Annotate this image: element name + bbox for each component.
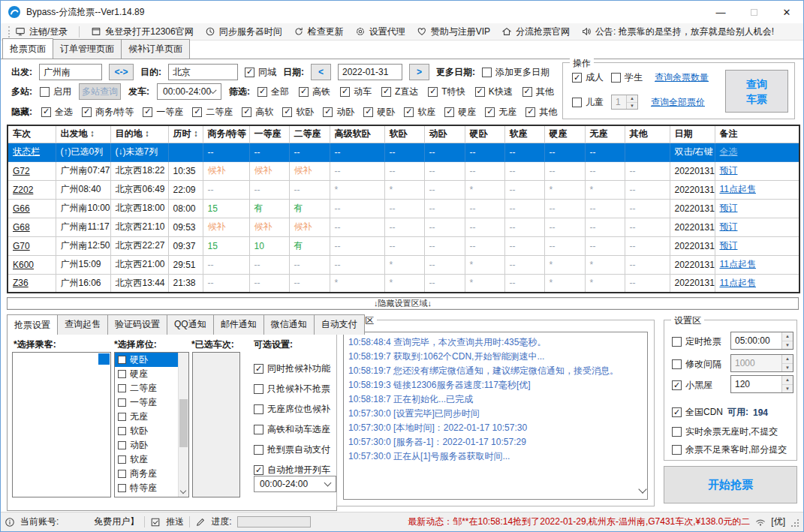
toolbar-item-7[interactable]: 公告: 抢票靠的是坚持，放弃就是给别人机会! (581, 26, 774, 38)
tab-查询起售[interactable]: 查询起售 (57, 314, 108, 335)
query-remaining-link[interactable]: 查询余票数量 (655, 71, 709, 84)
column-header[interactable]: 软座 (504, 125, 544, 143)
tab-抢票页面[interactable]: 抢票页面 (2, 38, 53, 59)
filter-checkbox-K快速[interactable]: K快速 (475, 86, 513, 98)
train-row-G66[interactable]: G66广州南10:00北京西18:0008:0015有有------------… (8, 199, 799, 218)
hide-checkbox-商务/特等[interactable]: 商务/特等 (82, 106, 134, 119)
train-row-G72[interactable]: G72广州南07:47北京西18:2210:35候补候补候补----------… (8, 161, 799, 180)
add-more-dates-checkbox[interactable]: 添加更多日期 (482, 66, 550, 79)
resize-grip[interactable] (790, 517, 799, 527)
start-grab-button[interactable]: 开始抢票 (664, 466, 797, 503)
multi-query-button[interactable]: 多站查询 (79, 83, 121, 100)
passenger-list-scroll-thumb[interactable] (98, 353, 110, 365)
swap-stations-button[interactable]: <-> (109, 64, 134, 80)
hide-checkbox-其他[interactable]: 其他 (525, 106, 557, 119)
train-link[interactable]: Z36 (8, 274, 56, 293)
column-header[interactable]: 其他 (625, 125, 670, 143)
cdn-checkbox[interactable]: 全国CDN (672, 406, 723, 419)
train-link[interactable]: G66 (8, 199, 56, 218)
setting-field-定时抢票[interactable]: 05:00:00▲▼ (730, 332, 793, 350)
scroll-thumb[interactable] (179, 399, 188, 447)
column-header[interactable]: 商务/特等 (203, 125, 249, 143)
booking-link[interactable]: 11点起售 (715, 274, 799, 293)
column-header[interactable]: 硬座 (544, 125, 585, 143)
option-checkbox-自动抢增开列车[interactable]: 自动抢增开列车 (254, 464, 330, 476)
query-price-link[interactable]: 查询全部票价 (651, 96, 705, 109)
minimize-button[interactable]: — (704, 1, 737, 23)
column-header[interactable]: 硬卧 (465, 125, 504, 143)
train-row-G70[interactable]: G70广州南12:50北京西22:2709:371510有-----------… (8, 236, 799, 255)
toolbar-item-3[interactable]: 检查更新 (294, 26, 344, 38)
filter-checkbox-其他[interactable]: 其他 (522, 86, 554, 98)
option-checkbox-只抢候补不抢票[interactable]: 只抢候补不抢票 (254, 383, 330, 395)
hide-settings-divider[interactable]: ↓隐藏设置区域↓ (7, 297, 799, 310)
booking-link[interactable]: 11点起售 (715, 255, 799, 274)
seat-list-scrollbar[interactable] (178, 353, 188, 497)
stepper-arrows[interactable]: ▲▼ (781, 376, 793, 392)
dest-input[interactable]: 北京 (168, 64, 238, 80)
filter-checkbox-动车[interactable]: 动车 (340, 86, 372, 98)
query-tickets-button[interactable]: 查询 车票 (725, 70, 788, 113)
student-checkbox[interactable]: 学生 (611, 71, 643, 84)
tab-邮件通知[interactable]: 邮件通知 (213, 314, 264, 335)
column-header[interactable]: 二等座 (289, 125, 330, 143)
toolbar-item-2[interactable]: 同步服务器时间 (205, 26, 282, 38)
hide-checkbox-动卧[interactable]: 动卧 (323, 106, 354, 119)
hide-checkbox-软卧[interactable]: 软卧 (282, 106, 314, 119)
column-header[interactable]: 目的地 ↕ (110, 125, 168, 143)
setting-field-修改间隔[interactable]: 1000▲▼ (730, 354, 793, 372)
train-row-Z202[interactable]: Z202广州08:40北京西06:4922:09------**--*--**-… (8, 180, 799, 199)
train-link[interactable]: K600 (8, 255, 56, 274)
scroll-down-icon[interactable] (180, 488, 186, 494)
hide-checkbox-无座[interactable]: 无座 (485, 106, 516, 119)
next-date-button[interactable]: > (409, 64, 429, 80)
train-row-K600[interactable]: K600广州15:09北京西21:0029:51--------*--*--**… (8, 255, 799, 274)
setting-checkbox-定时抢票[interactable]: 定时抢票 (672, 335, 721, 348)
status-cell[interactable]: 状态栏 (8, 143, 56, 161)
booking-link[interactable]: 预订 (715, 218, 799, 236)
depart-input[interactable]: 广州南 (39, 64, 102, 80)
tab-候补订单页面[interactable]: 候补订单页面 (121, 39, 190, 59)
setting-checkbox-实时余票无座时,不提交[interactable]: 实时余票无座时,不提交 (672, 425, 778, 438)
booking-link[interactable]: 11点起售 (715, 180, 799, 199)
toolbar-item-6[interactable]: 分流抢票官网 (501, 26, 570, 38)
column-header[interactable]: 备注 (715, 125, 799, 143)
output-log[interactable]: 10:58:48:4 查询完毕，本次查询共用时:435毫秒。10:58:19:7… (343, 332, 648, 500)
booking-link[interactable]: 预订 (715, 161, 799, 180)
train-row-Z36[interactable]: Z36广州16:06北京西13:4421:38------**--*--**--… (8, 274, 799, 293)
scroll-up-icon[interactable] (180, 359, 186, 365)
train-link[interactable]: G70 (8, 236, 56, 255)
filter-checkbox-T特快[interactable]: T特快 (428, 86, 465, 98)
stepper-arrows[interactable]: ▲▼ (781, 332, 793, 349)
option-checkbox-抢到票自动支付[interactable]: 抢到票自动支付 (254, 443, 330, 456)
passenger-list[interactable] (12, 352, 111, 497)
selected-trains-list[interactable] (192, 352, 240, 497)
hide-checkbox-硬卧[interactable]: 硬卧 (363, 106, 395, 119)
column-header[interactable]: 日期 (670, 125, 715, 143)
tab-订单管理页面[interactable]: 订单管理页面 (53, 39, 122, 59)
toolbar-item-5[interactable]: 赞助与注册VIP (417, 26, 490, 38)
grab-time-range-select[interactable]: 00:00-24:00 (254, 476, 336, 492)
train-row-G68[interactable]: G68广州南11:17北京西21:1009:53候补候补候补----------… (8, 218, 799, 236)
column-header[interactable]: 无座 (585, 125, 625, 143)
column-header[interactable]: 车次 (8, 125, 56, 143)
push-label[interactable]: 推送 (166, 515, 184, 528)
close-button[interactable]: ✕ (770, 1, 803, 23)
option-checkbox-高铁和动车选座[interactable]: 高铁和动车选座 (254, 423, 330, 436)
hide-checkbox-二等座[interactable]: 二等座 (192, 106, 233, 119)
train-link[interactable]: G68 (8, 218, 56, 236)
child-count-stepper[interactable]: 1▲▼ (611, 95, 638, 110)
status-row[interactable]: 状态栏(↑)已选0列(↓)未选7列--------------------双击/… (8, 143, 799, 161)
child-checkbox[interactable]: 儿童 (572, 96, 604, 109)
booking-link[interactable]: 预订 (715, 236, 799, 255)
tab-抢票设置[interactable]: 抢票设置 (7, 314, 58, 335)
stepper-arrows[interactable]: ▲▼ (626, 95, 637, 109)
filter-checkbox-全部[interactable]: 全部 (257, 86, 289, 98)
column-header[interactable]: 一等座 (249, 125, 289, 143)
option-checkbox-同时抢候补功能[interactable]: 同时抢候补功能 (254, 362, 330, 375)
filter-checkbox-Z直达[interactable]: Z直达 (381, 86, 418, 98)
same-city-checkbox[interactable]: 同城 (245, 66, 276, 79)
train-link[interactable]: G72 (8, 161, 56, 180)
column-header[interactable]: 软卧 (384, 125, 424, 143)
column-header[interactable]: 历时 ↕ (168, 125, 203, 143)
